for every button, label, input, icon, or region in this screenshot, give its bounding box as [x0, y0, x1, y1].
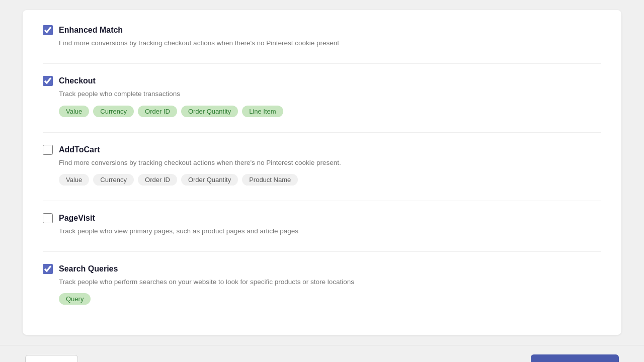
- checkbox-checkout[interactable]: [43, 76, 53, 86]
- checkbox-wrapper-checkout: [43, 76, 53, 86]
- tracking-header-enhanced-match: Enhanced Match: [43, 25, 601, 35]
- checkbox-add-to-cart[interactable]: [43, 145, 53, 155]
- checkbox-search-queries[interactable]: [43, 264, 53, 274]
- footer: Cancel Save Changes: [0, 345, 644, 362]
- tracking-description-checkout: Track people who complete transactions: [59, 89, 601, 99]
- tag-order-quantity: Order Quantity: [181, 106, 238, 117]
- tracking-header-page-visit: PageVisit: [43, 213, 601, 223]
- tracking-description-search-queries: Track people who perform searches on you…: [59, 277, 601, 287]
- main-content: Enhanced MatchFind more conversions by t…: [0, 0, 644, 345]
- tracking-header-add-to-cart: AddToCart: [43, 145, 601, 155]
- tags-row-checkout: ValueCurrencyOrder IDOrder QuantityLine …: [59, 106, 601, 117]
- tag-currency: Currency: [93, 106, 134, 117]
- tag-value: Value: [59, 174, 89, 186]
- page-wrapper: Enhanced MatchFind more conversions by t…: [0, 0, 644, 362]
- tracking-title-checkout: Checkout: [59, 76, 96, 85]
- checkbox-wrapper-add-to-cart: [43, 145, 53, 155]
- tags-row-search-queries: Query: [59, 293, 601, 305]
- tracking-title-search-queries: Search Queries: [59, 264, 118, 274]
- tracking-title-add-to-cart: AddToCart: [59, 145, 100, 154]
- settings-card: Enhanced MatchFind more conversions by t…: [23, 10, 621, 335]
- checkbox-page-visit[interactable]: [43, 213, 53, 223]
- tracking-description-page-visit: Track people who view primary pages, suc…: [59, 226, 601, 236]
- checkbox-wrapper-search-queries: [43, 264, 53, 274]
- tracking-header-search-queries: Search Queries: [43, 264, 601, 274]
- checkbox-enhanced-match[interactable]: [43, 25, 53, 35]
- tag-value: Value: [59, 106, 89, 117]
- cancel-button[interactable]: Cancel: [25, 355, 78, 362]
- checkbox-wrapper-enhanced-match: [43, 25, 53, 35]
- checkbox-wrapper-page-visit: [43, 213, 53, 223]
- tracking-item-add-to-cart: AddToCartFind more conversions by tracki…: [43, 145, 601, 186]
- tracking-item-enhanced-match: Enhanced MatchFind more conversions by t…: [43, 25, 601, 48]
- tracking-item-search-queries: Search QueriesTrack people who perform s…: [43, 264, 601, 305]
- tag-product-name: Product Name: [242, 174, 298, 186]
- tag-query: Query: [59, 293, 91, 305]
- tracking-description-add-to-cart: Find more conversions by tracking checko…: [59, 158, 601, 168]
- tag-currency: Currency: [93, 174, 134, 186]
- tag-line-item: Line Item: [242, 106, 283, 117]
- tag-order-quantity: Order Quantity: [181, 174, 238, 186]
- tag-order-id: Order ID: [138, 106, 177, 117]
- save-changes-button[interactable]: Save Changes: [531, 354, 619, 362]
- tracking-description-enhanced-match: Find more conversions by tracking checko…: [59, 38, 601, 48]
- tracking-item-checkout: CheckoutTrack people who complete transa…: [43, 76, 601, 117]
- tag-order-id: Order ID: [138, 174, 177, 186]
- tracking-title-enhanced-match: Enhanced Match: [59, 26, 123, 35]
- tracking-header-checkout: Checkout: [43, 76, 601, 86]
- tracking-title-page-visit: PageVisit: [59, 214, 95, 223]
- tags-row-add-to-cart: ValueCurrencyOrder IDOrder QuantityProdu…: [59, 174, 601, 186]
- tracking-item-page-visit: PageVisitTrack people who view primary p…: [43, 213, 601, 236]
